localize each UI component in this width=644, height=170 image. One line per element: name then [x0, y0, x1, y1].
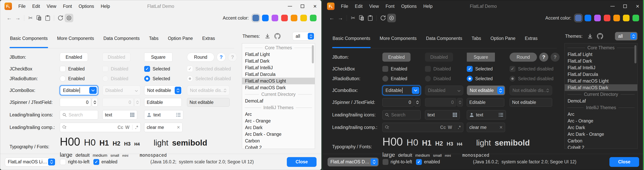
laf-combobox[interactable]: FlatLaf macOS D…: [328, 157, 379, 166]
menu-file[interactable]: File: [338, 0, 352, 12]
cut-button[interactable]: ✂: [26, 14, 35, 22]
updown-stepper-icon[interactable]: [175, 87, 181, 94]
close-button[interactable]: Close: [610, 157, 639, 167]
combobox-not-editable[interactable]: Not editable: [467, 85, 505, 95]
checkbox-selected[interactable]: Selected: [467, 66, 510, 72]
minimize-button[interactable]: [606, 0, 619, 12]
themes-filter-combobox[interactable]: all: [615, 32, 638, 41]
close-window-button[interactable]: ×: [631, 0, 644, 12]
chevron-down-icon[interactable]: [89, 87, 97, 94]
theme-item-flatlaf-macos-dark[interactable]: FlatLaf macOS Dark: [565, 84, 637, 91]
github-icon[interactable]: [597, 33, 603, 39]
checkbox-enabled[interactable]: Enabled: [382, 66, 425, 72]
accent-swatch-purple[interactable]: [272, 15, 278, 21]
search-input[interactable]: [391, 112, 418, 118]
theme-item-demolaf[interactable]: DemoLaf: [565, 98, 637, 104]
chevron-down-icon[interactable]: [412, 87, 419, 94]
theme-item-flatlaf-macos-light[interactable]: FlatLaf macOS Light: [242, 78, 315, 84]
theme-item-flatlaf-darcula[interactable]: FlatLaf Darcula: [565, 71, 637, 78]
text-field-trailing-grid[interactable]: text: [425, 110, 460, 119]
right-to-left-checkbox[interactable]: right-to-left: [382, 159, 412, 165]
menu-options[interactable]: Options: [75, 0, 97, 12]
regex-toggle[interactable]: .*: [458, 125, 461, 130]
back-button[interactable]: ←: [5, 14, 14, 22]
accent-swatch-green[interactable]: [310, 15, 316, 21]
text-field-person-list[interactable]: text: [467, 110, 506, 119]
search-input[interactable]: [68, 112, 96, 118]
theme-item-flatlaf-intellij[interactable]: FlatLaf IntelliJ: [565, 64, 637, 71]
enabled-checkbox[interactable]: enabled: [416, 159, 440, 165]
theme-item-demolaf[interactable]: DemoLaf: [242, 98, 315, 104]
forward-button[interactable]: →: [336, 14, 345, 22]
menu-file[interactable]: File: [15, 0, 29, 12]
theme-item-flatlaf-dark[interactable]: FlatLaf Dark: [242, 58, 315, 64]
theme-item-arc[interactable]: Arc: [242, 111, 315, 118]
match-case-toggle[interactable]: Cc: [440, 125, 446, 130]
laf-combobox[interactable]: FlatLaf macOS Li…: [5, 157, 56, 166]
tab-data-components[interactable]: Data Components: [426, 34, 462, 48]
close-button[interactable]: Close: [287, 157, 316, 167]
clearable-field[interactable]: clear me ×: [467, 123, 505, 132]
scrollbar-thumb[interactable]: [312, 45, 314, 63]
menu-font[interactable]: Font: [382, 0, 398, 12]
accent-swatch-default[interactable]: [252, 15, 259, 21]
menu-edit[interactable]: Edit: [352, 0, 366, 12]
menu-view[interactable]: View: [44, 0, 60, 12]
theme-item-arc-dark-orange[interactable]: Arc Dark - Orange: [242, 131, 315, 137]
square-button[interactable]: Square: [144, 53, 172, 62]
theme-item-flatlaf-light[interactable]: FlatLaf Light: [242, 51, 315, 58]
theme-item-arc-orange[interactable]: Arc - Orange: [242, 118, 315, 124]
tab-more-components[interactable]: More Components: [57, 34, 94, 48]
maximize-button[interactable]: [296, 0, 309, 12]
download-icon[interactable]: [588, 34, 592, 39]
show-hover-toggle-button[interactable]: [387, 14, 396, 22]
textfield-editable[interactable]: Editable: [467, 98, 504, 107]
combobox-editable[interactable]: Editable: [382, 85, 421, 95]
theme-item-arc-orange[interactable]: Arc - Orange: [565, 118, 637, 124]
clear-icon[interactable]: ×: [500, 125, 502, 130]
menu-options[interactable]: Options: [398, 0, 420, 12]
theme-item-flatlaf-intellij[interactable]: FlatLaf IntelliJ: [242, 64, 315, 71]
theme-item-flatlaf-macos-light[interactable]: FlatLaf macOS Light: [565, 78, 637, 84]
search-options-field[interactable]: Cc W .*: [382, 123, 463, 132]
theme-item-flatlaf-light[interactable]: FlatLaf Light: [565, 51, 637, 58]
maximize-button[interactable]: [619, 0, 631, 12]
menu-edit[interactable]: Edit: [29, 0, 44, 12]
tab-tabs[interactable]: Tabs: [149, 34, 159, 48]
tab-basic-components[interactable]: Basic Components: [10, 34, 48, 48]
accent-swatch-orange[interactable]: [613, 15, 620, 21]
spinner-field[interactable]: 0: [382, 98, 414, 107]
accent-swatch-purple[interactable]: [594, 15, 601, 21]
search-field[interactable]: [382, 110, 421, 119]
regex-toggle[interactable]: .*: [135, 125, 138, 130]
spinner-field[interactable]: 0: [60, 98, 91, 107]
refresh-button[interactable]: [379, 14, 387, 22]
radio-selected[interactable]: Selected: [467, 76, 510, 82]
download-icon[interactable]: [265, 34, 270, 39]
tab-extras[interactable]: Extras: [524, 34, 538, 48]
clearable-field[interactable]: clear me ×: [144, 123, 182, 132]
search-dropdown-icon[interactable]: [62, 125, 68, 130]
updown-stepper-icon[interactable]: [497, 87, 504, 94]
accent-swatch-yellow[interactable]: [300, 15, 307, 21]
theme-item-cobalt2[interactable]: Cobalt 2: [242, 144, 315, 149]
theme-item-carbon[interactable]: Carbon: [242, 137, 315, 144]
help-button[interactable]: ?: [539, 53, 548, 62]
accent-swatch-green[interactable]: [632, 15, 639, 21]
accent-swatch-red[interactable]: [281, 15, 288, 21]
menu-help[interactable]: Help: [97, 0, 113, 12]
spinner-arrows[interactable]: [92, 98, 98, 107]
enabled-button[interactable]: Enabled: [382, 53, 410, 62]
search-field[interactable]: [60, 110, 98, 119]
accent-swatch-default[interactable]: [575, 15, 582, 21]
theme-item-flatlaf-darcula[interactable]: FlatLaf Darcula: [242, 71, 315, 78]
combobox-not-editable[interactable]: Not editable: [144, 85, 182, 95]
theme-item-flatlaf-macos-dark[interactable]: FlatLaf macOS Dark: [242, 84, 315, 91]
text-field-trailing-grid[interactable]: text: [102, 110, 137, 119]
themes-filter-combobox[interactable]: all: [292, 32, 315, 41]
theme-item-carbon[interactable]: Carbon: [565, 137, 637, 144]
accent-swatch-orange[interactable]: [291, 15, 298, 21]
close-window-button[interactable]: ×: [309, 0, 321, 12]
tab-extras[interactable]: Extras: [202, 34, 215, 48]
minimize-button[interactable]: [284, 0, 296, 12]
